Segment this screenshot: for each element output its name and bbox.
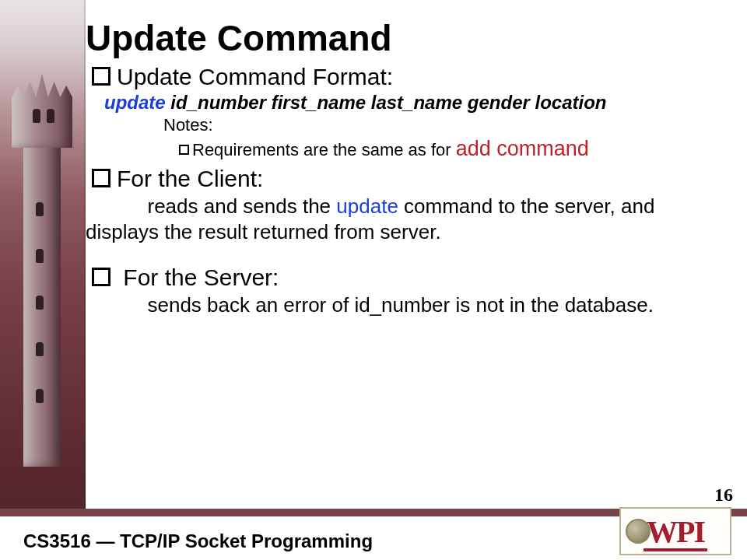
wpi-logo-text: WPI bbox=[647, 513, 704, 550]
requirement-highlight: add command bbox=[456, 137, 589, 160]
tower-graphic bbox=[16, 47, 68, 529]
server-body: sends back an error of id_number is not … bbox=[147, 293, 653, 317]
command-syntax-line: update id_number first_name last_name ge… bbox=[104, 92, 724, 114]
heading-text: Update Command Format: bbox=[117, 64, 393, 89]
bullet-square-icon bbox=[92, 67, 110, 86]
bullet-square-icon bbox=[92, 268, 110, 286]
bullet-square-icon bbox=[92, 169, 110, 187]
footer-bar: CS3516 — TCP/IP Socket Programming WPI bbox=[0, 515, 747, 560]
left-decorative-band bbox=[0, 0, 86, 560]
slide-title: Update Command bbox=[86, 17, 724, 59]
client-body-keyword: update bbox=[336, 194, 398, 218]
requirement-line: Requirements are the same as for add com… bbox=[179, 137, 724, 161]
requirement-prefix: Requirements are the same as for bbox=[192, 140, 456, 159]
client-body-text: reads and sends the update command to th… bbox=[86, 194, 724, 246]
heading-for-server: For the Server: bbox=[92, 264, 724, 291]
heading-text: For the Client: bbox=[117, 166, 263, 191]
heading-update-format: Update Command Format: bbox=[92, 64, 724, 90]
footer-text: CS3516 — TCP/IP Socket Programming bbox=[23, 530, 373, 552]
heading-text: For the Server: bbox=[123, 264, 279, 290]
heading-for-client: For the Client: bbox=[92, 166, 724, 192]
page-number: 16 bbox=[714, 485, 733, 506]
wpi-logo: WPI bbox=[619, 507, 731, 555]
server-body-text: sends back an error of id_number is not … bbox=[86, 292, 724, 318]
slide: Update Command Update Command Format: up… bbox=[0, 0, 747, 560]
command-arguments: id_number first_name last_name gender lo… bbox=[170, 92, 606, 113]
slide-content: Update Command Update Command Format: up… bbox=[86, 17, 724, 498]
notes-label: Notes: bbox=[163, 115, 724, 135]
small-bullet-icon bbox=[179, 145, 189, 155]
command-keyword: update bbox=[104, 92, 166, 113]
client-body-pre: reads and sends the bbox=[147, 194, 336, 218]
